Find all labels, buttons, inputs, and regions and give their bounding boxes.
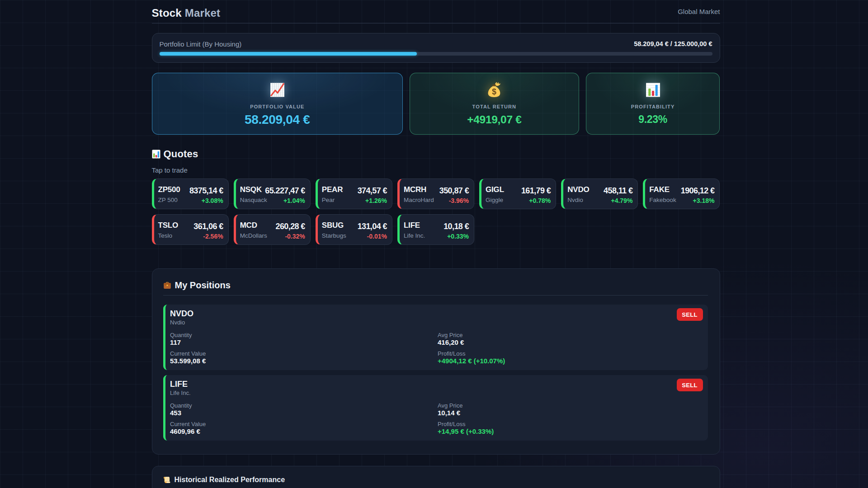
svg-text:$: $ — [492, 87, 496, 96]
